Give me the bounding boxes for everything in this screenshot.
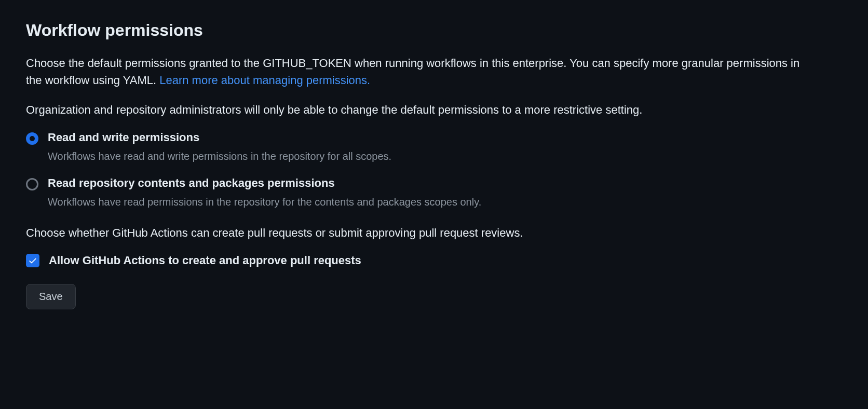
learn-more-link[interactable]: Learn more about managing permissions. bbox=[159, 74, 370, 87]
radio-option-read-only[interactable]: Read repository contents and packages pe… bbox=[26, 176, 842, 210]
radio-control-read-only[interactable] bbox=[26, 178, 38, 190]
radio-description-read-only: Workflows have read permissions in the r… bbox=[48, 194, 842, 210]
radio-control-read-write[interactable] bbox=[26, 132, 38, 145]
checkbox-allow-pr[interactable]: Allow GitHub Actions to create and appro… bbox=[26, 254, 842, 267]
description-text-1: Choose the default permissions granted t… bbox=[26, 57, 799, 87]
description-paragraph-2: Organization and repository administrato… bbox=[26, 101, 815, 118]
description-paragraph-3: Choose whether GitHub Actions can create… bbox=[26, 224, 815, 241]
radio-content-read-write: Read and write permissions Workflows hav… bbox=[48, 131, 842, 164]
radio-option-read-write[interactable]: Read and write permissions Workflows hav… bbox=[26, 131, 842, 164]
permissions-radio-group: Read and write permissions Workflows hav… bbox=[26, 131, 842, 210]
description-paragraph-1: Choose the default permissions granted t… bbox=[26, 54, 815, 89]
radio-description-read-write: Workflows have read and write permission… bbox=[48, 148, 842, 164]
checkbox-label-allow-pr: Allow GitHub Actions to create and appro… bbox=[49, 254, 361, 267]
radio-label-read-write: Read and write permissions bbox=[48, 131, 842, 144]
check-icon bbox=[28, 256, 37, 265]
section-heading: Workflow permissions bbox=[26, 21, 842, 40]
radio-content-read-only: Read repository contents and packages pe… bbox=[48, 176, 842, 210]
save-button[interactable]: Save bbox=[26, 284, 76, 309]
checkbox-control-allow-pr[interactable] bbox=[26, 254, 39, 267]
radio-label-read-only: Read repository contents and packages pe… bbox=[48, 176, 842, 190]
